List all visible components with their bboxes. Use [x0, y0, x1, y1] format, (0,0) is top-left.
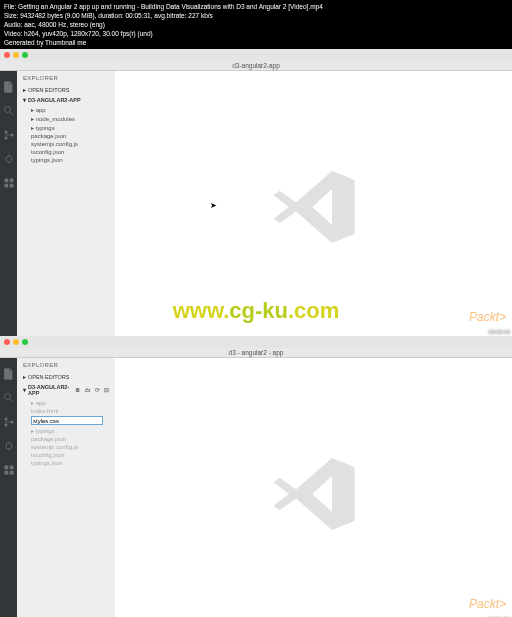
section-label: D3-ANGULAR2-APP — [28, 97, 81, 103]
video-thumbnail-2: d3 - angular2 - app EXPLORER ▸OPEN EDITO… — [0, 336, 512, 617]
minimize-icon[interactable] — [13, 339, 19, 345]
file-label: systemjs.config.js — [31, 444, 78, 450]
section-label: D3-ANGULAR2-APP — [28, 384, 73, 396]
new-folder-icon[interactable]: 🗀 — [85, 387, 91, 393]
svg-rect-26 — [9, 471, 13, 475]
window-controls — [0, 336, 512, 348]
svg-rect-24 — [9, 466, 13, 470]
svg-point-19 — [10, 421, 13, 424]
maximize-icon[interactable] — [22, 339, 28, 345]
tree-item[interactable]: ▸ typings — [17, 123, 115, 132]
search-icon[interactable] — [3, 390, 15, 402]
activity-bar — [0, 358, 17, 617]
file-label: app — [36, 107, 46, 113]
vscode-logo — [269, 162, 359, 256]
svg-point-17 — [4, 418, 7, 421]
terminal-output: File: Getting an Angular 2 app up and ru… — [0, 0, 512, 49]
editor-area — [115, 358, 512, 617]
open-editors-section[interactable]: ▸OPEN EDITORS — [17, 85, 115, 95]
file-label: package.json — [31, 436, 66, 442]
file-label: node_modules — [36, 116, 75, 122]
svg-point-5 — [6, 156, 12, 162]
new-file-input[interactable] — [31, 416, 103, 425]
tree-item[interactable]: typings.json — [17, 459, 115, 467]
window-title: d3-angular2-app — [0, 61, 512, 71]
project-section[interactable]: ▾D3-ANGULAR2-APP 🗎 🗀 ⟳ ⊟ — [17, 382, 115, 398]
search-icon[interactable] — [3, 103, 15, 115]
packt-logo: Packt> — [469, 310, 506, 324]
tree-item[interactable]: package.json — [17, 435, 115, 443]
source-control-icon[interactable] — [3, 414, 15, 426]
terminal-line: Generated by Thumbnail me — [4, 38, 508, 47]
extensions-icon[interactable] — [3, 175, 15, 187]
tree-item[interactable]: systemjs.config.js — [17, 443, 115, 451]
source-control-icon[interactable] — [3, 127, 15, 139]
maximize-icon[interactable] — [22, 52, 28, 58]
file-label: package.json — [31, 133, 66, 139]
sidebar: EXPLORER ▸OPEN EDITORS ▾D3-ANGULAR2-APP … — [17, 71, 115, 346]
new-file-input-row — [17, 415, 115, 426]
file-label: tsconfig.json — [31, 452, 64, 458]
terminal-line: File: Getting an Angular 2 app up and ru… — [4, 2, 508, 11]
tree-item[interactable]: ▸ app — [17, 398, 115, 407]
sidebar: EXPLORER ▸OPEN EDITORS ▾D3-ANGULAR2-APP … — [17, 358, 115, 617]
file-label: systemjs.config.js — [31, 141, 78, 147]
mouse-cursor: ➤ — [210, 201, 217, 210]
file-label: typings.json — [31, 460, 63, 466]
minimize-icon[interactable] — [13, 52, 19, 58]
window-controls — [0, 49, 512, 61]
debug-icon[interactable] — [3, 151, 15, 163]
file-label: typings — [36, 125, 55, 131]
close-icon[interactable] — [4, 52, 10, 58]
svg-rect-11 — [9, 184, 13, 188]
video-thumbnail-1: d3-angular2-app EXPLORER ▸OPEN EDITORS ▾… — [0, 49, 512, 336]
tree-item[interactable]: ▸ node_modules — [17, 114, 115, 123]
editor-area: ➤ — [115, 71, 512, 346]
svg-point-18 — [4, 424, 7, 427]
tree-item[interactable]: typings.json — [17, 156, 115, 164]
refresh-icon[interactable]: ⟳ — [95, 387, 100, 393]
file-label: typings — [36, 428, 55, 434]
svg-rect-23 — [4, 466, 8, 470]
tree-item[interactable]: package.json — [17, 132, 115, 140]
open-editors-section[interactable]: ▸OPEN EDITORS — [17, 372, 115, 382]
extensions-icon[interactable] — [3, 462, 15, 474]
tree-item[interactable]: tsconfig.json — [17, 148, 115, 156]
window-title: d3 - angular2 - app — [0, 348, 512, 358]
close-icon[interactable] — [4, 339, 10, 345]
tree-item[interactable]: ▸ app — [17, 105, 115, 114]
tree-item[interactable]: tsconfig.json — [17, 451, 115, 459]
svg-rect-9 — [9, 179, 13, 183]
section-toolbar: 🗎 🗀 ⟳ ⊟ — [75, 387, 109, 393]
svg-point-15 — [4, 394, 10, 400]
files-icon[interactable] — [3, 366, 15, 378]
svg-point-0 — [4, 107, 10, 113]
section-label: OPEN EDITORS — [28, 87, 69, 93]
activity-bar — [0, 71, 17, 346]
section-label: OPEN EDITORS — [28, 374, 69, 380]
svg-point-20 — [6, 443, 12, 449]
files-icon[interactable] — [3, 79, 15, 91]
svg-point-4 — [10, 134, 13, 137]
svg-rect-25 — [4, 471, 8, 475]
chevron-right-icon: ▸ — [23, 374, 26, 380]
chevron-right-icon: ▸ — [23, 87, 26, 93]
chevron-down-icon: ▾ — [23, 97, 26, 103]
project-section[interactable]: ▾D3-ANGULAR2-APP — [17, 95, 115, 105]
file-label: typings.json — [31, 157, 63, 163]
svg-rect-10 — [4, 184, 8, 188]
file-label: tsconfig.json — [31, 149, 64, 155]
svg-line-16 — [9, 399, 13, 403]
tree-item[interactable]: ▸ typings — [17, 426, 115, 435]
vscode-logo — [269, 449, 359, 543]
debug-icon[interactable] — [3, 438, 15, 450]
timestamp: 00:00:09 — [489, 329, 510, 335]
collapse-icon[interactable]: ⊟ — [104, 387, 109, 393]
file-label: index.html — [31, 408, 58, 414]
new-file-icon[interactable]: 🗎 — [75, 387, 81, 393]
terminal-line: Size: 9432482 bytes (9.00 MiB), duration… — [4, 11, 508, 20]
explorer-label: EXPLORER — [17, 358, 115, 372]
tree-item[interactable]: index.html — [17, 407, 115, 415]
tree-item[interactable]: systemjs.config.js — [17, 140, 115, 148]
svg-line-1 — [9, 112, 13, 116]
